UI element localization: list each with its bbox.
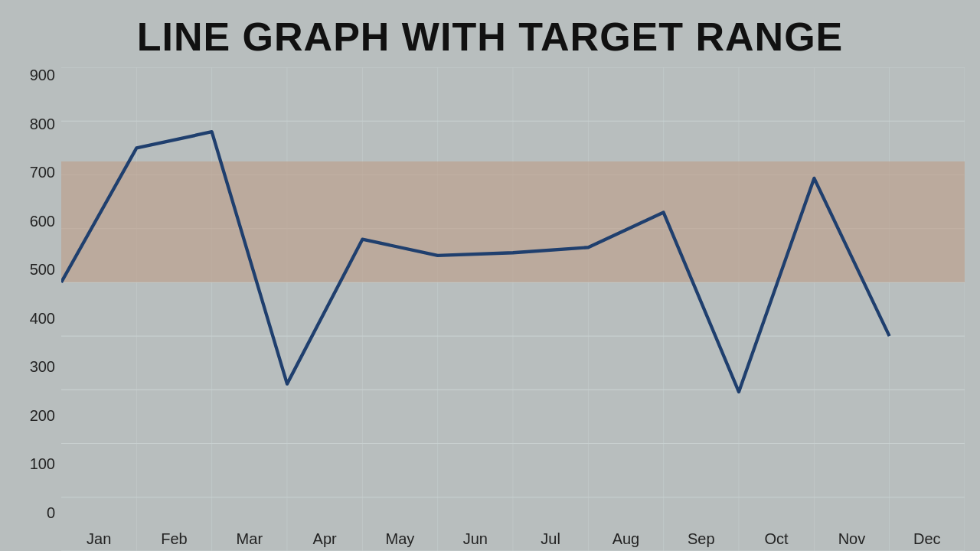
y-axis: 9008007006005004003002001000 [8, 67, 61, 551]
y-axis-label: 200 [30, 408, 55, 423]
y-axis-label: 300 [30, 359, 55, 374]
line-chart-svg [61, 67, 965, 551]
x-axis-label: Apr [287, 530, 362, 551]
x-axis-label: Oct [739, 530, 814, 551]
chart-area: 9008007006005004003002001000 [0, 67, 980, 551]
x-axis: JanFebMarAprMayJunJulAugSepOctNovDec [61, 513, 965, 551]
x-axis-label: Nov [814, 530, 889, 551]
x-axis-label: May [362, 530, 437, 551]
y-axis-label: 700 [30, 165, 55, 180]
y-axis-label: 0 [47, 505, 55, 520]
x-axis-label: Mar [212, 530, 287, 551]
chart-container: LINE GRAPH WITH TARGET RANGE 90080070060… [0, 0, 980, 551]
x-axis-label: Jul [513, 530, 588, 551]
x-axis-label: Jan [61, 530, 136, 551]
y-axis-label: 400 [30, 311, 55, 326]
target-range-band [61, 161, 965, 282]
y-axis-label: 900 [30, 67, 55, 83]
x-axis-label: Dec [890, 530, 965, 551]
y-axis-label: 600 [30, 214, 55, 229]
graph-wrap: JanFebMarAprMayJunJulAugSepOctNovDec [61, 67, 965, 551]
x-axis-label: Sep [664, 530, 739, 551]
chart-title: LINE GRAPH WITH TARGET RANGE [0, 0, 980, 67]
x-axis-label: Aug [588, 530, 663, 551]
x-axis-label: Jun [438, 530, 513, 551]
y-axis-label: 100 [30, 456, 55, 471]
y-axis-label: 500 [30, 262, 55, 277]
x-axis-label: Feb [136, 530, 211, 551]
y-axis-label: 800 [30, 116, 55, 132]
